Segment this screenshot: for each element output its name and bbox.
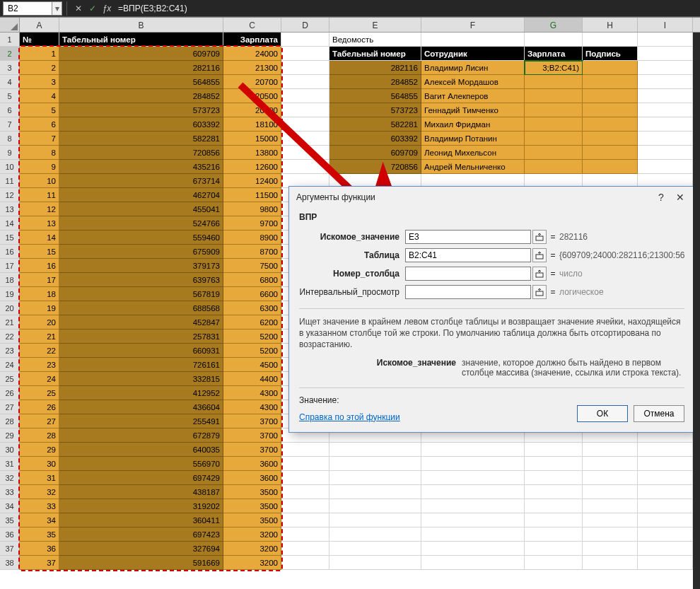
cell-I38[interactable]: [638, 556, 693, 570]
row-header[interactable]: 26: [0, 386, 20, 400]
row-header[interactable]: 11: [0, 174, 20, 188]
row-header[interactable]: 6: [0, 103, 20, 117]
cell-A13[interactable]: 12: [20, 202, 59, 216]
row-header[interactable]: 2: [0, 47, 20, 61]
collapse-dialog-icon[interactable]: [532, 285, 547, 299]
cell-H3[interactable]: [583, 61, 638, 75]
cancel-button[interactable]: Отмена: [634, 405, 684, 422]
cell-A21[interactable]: 20: [20, 315, 59, 330]
cell-C29[interactable]: 3700: [223, 428, 281, 443]
cell-B26[interactable]: 412952: [59, 386, 223, 400]
cell-C21[interactable]: 6200: [223, 315, 281, 330]
cell-C19[interactable]: 6600: [223, 287, 281, 301]
row-header[interactable]: 14: [0, 216, 20, 231]
cell-C14[interactable]: 9700: [223, 216, 281, 231]
cell-E30[interactable]: [329, 443, 421, 457]
cell-D37[interactable]: [281, 542, 329, 556]
cell-E38[interactable]: [329, 556, 421, 570]
cell-C7[interactable]: 18100: [223, 117, 281, 132]
cell-B24[interactable]: 726161: [59, 358, 223, 372]
cell-C30[interactable]: 3700: [223, 443, 281, 457]
cell-E7[interactable]: 582281: [329, 117, 421, 132]
cell-E2[interactable]: Табельный номер: [329, 47, 421, 61]
cell-E37[interactable]: [329, 542, 421, 556]
cell-C13[interactable]: 9800: [223, 202, 281, 216]
column-header-H[interactable]: H: [583, 18, 638, 32]
cell-B30[interactable]: 640035: [59, 443, 223, 457]
cell-H32[interactable]: [583, 471, 638, 485]
column-header-F[interactable]: F: [421, 18, 525, 32]
cell-F35[interactable]: [421, 513, 525, 527]
cell-D32[interactable]: [281, 471, 329, 485]
cell-F10[interactable]: Андрей Мельниченко: [421, 160, 525, 174]
cell-B28[interactable]: 255491: [59, 414, 223, 428]
row-header[interactable]: 30: [0, 443, 20, 457]
cell-B2[interactable]: 609709: [59, 47, 223, 61]
cell-D10[interactable]: [281, 160, 329, 174]
cell-B33[interactable]: 438187: [59, 485, 223, 499]
cell-C23[interactable]: 5200: [223, 344, 281, 358]
cell-H9[interactable]: [583, 146, 638, 160]
cell-C10[interactable]: 12600: [223, 160, 281, 174]
row-header[interactable]: 5: [0, 89, 20, 103]
cell-I2[interactable]: [638, 47, 693, 61]
cell-D30[interactable]: [281, 443, 329, 457]
arg-input-2[interactable]: [405, 267, 531, 281]
cell-A38[interactable]: 37: [20, 556, 59, 570]
cell-B7[interactable]: 603392: [59, 117, 223, 132]
cell-C24[interactable]: 4500: [223, 358, 281, 372]
cell-E9[interactable]: 609709: [329, 146, 421, 160]
cell-A7[interactable]: 6: [20, 117, 59, 132]
function-help-link[interactable]: Справка по этой функции: [299, 412, 400, 422]
cell-D38[interactable]: [281, 556, 329, 570]
cell-C35[interactable]: 3500: [223, 513, 281, 527]
cell-D6[interactable]: [281, 103, 329, 117]
cell-A24[interactable]: 23: [20, 358, 59, 372]
cell-A2[interactable]: 1: [20, 47, 59, 61]
cell-G6[interactable]: [525, 103, 583, 117]
cell-B31[interactable]: 556970: [59, 457, 223, 471]
row-header[interactable]: 24: [0, 358, 20, 372]
cell-H36[interactable]: [583, 527, 638, 542]
cell-G37[interactable]: [525, 542, 583, 556]
cell-A22[interactable]: 21: [20, 330, 59, 344]
cell-B32[interactable]: 697429: [59, 471, 223, 485]
cell-D4[interactable]: [281, 75, 329, 89]
cell-F8[interactable]: Владимир Потанин: [421, 132, 525, 146]
cell-F33[interactable]: [421, 485, 525, 499]
column-header-B[interactable]: B: [59, 18, 223, 32]
cell-C17[interactable]: 7500: [223, 259, 281, 273]
cell-C20[interactable]: 6300: [223, 301, 281, 315]
cell-I5[interactable]: [638, 89, 693, 103]
cell-B35[interactable]: 360411: [59, 513, 223, 527]
cell-H4[interactable]: [583, 75, 638, 89]
arg-input-1[interactable]: [405, 248, 531, 262]
row-header[interactable]: 19: [0, 287, 20, 301]
cell-A18[interactable]: 17: [20, 273, 59, 287]
row-header[interactable]: 7: [0, 117, 20, 132]
cell-A14[interactable]: 13: [20, 216, 59, 231]
cell-H6[interactable]: [583, 103, 638, 117]
dialog-help-icon[interactable]: ?: [652, 192, 670, 203]
row-header[interactable]: 36: [0, 527, 20, 542]
cell-B15[interactable]: 559460: [59, 231, 223, 245]
cell-C4[interactable]: 20700: [223, 75, 281, 89]
cell-I1[interactable]: [638, 33, 693, 47]
cell-A12[interactable]: 11: [20, 188, 59, 202]
cell-C8[interactable]: 15000: [223, 132, 281, 146]
cell-F1[interactable]: [421, 33, 525, 47]
collapse-dialog-icon[interactable]: [532, 230, 547, 244]
cell-B1[interactable]: Табельный номер: [59, 33, 223, 47]
row-header[interactable]: 32: [0, 471, 20, 485]
cell-H8[interactable]: [583, 132, 638, 146]
collapse-dialog-icon[interactable]: [532, 267, 547, 281]
cell-B29[interactable]: 672879: [59, 428, 223, 443]
cell-C36[interactable]: 3200: [223, 527, 281, 542]
cell-G31[interactable]: [525, 457, 583, 471]
cell-C38[interactable]: 3200: [223, 556, 281, 570]
cell-I36[interactable]: [638, 527, 693, 542]
arg-input-3[interactable]: [405, 285, 531, 299]
cell-E1[interactable]: Ведомость: [329, 33, 421, 47]
cell-B4[interactable]: 564855: [59, 75, 223, 89]
cell-B38[interactable]: 591669: [59, 556, 223, 570]
